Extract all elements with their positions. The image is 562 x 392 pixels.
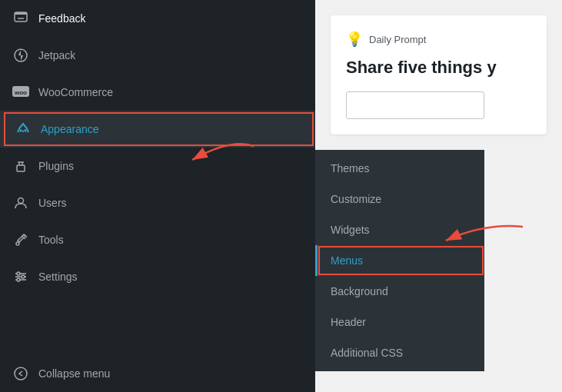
users-icon: [12, 194, 29, 211]
sidebar-label-tools: Tools: [38, 234, 64, 246]
jetpack-icon: [12, 47, 29, 64]
svg-point-17: [22, 275, 25, 278]
bulb-icon: 💡: [346, 31, 363, 48]
submenu-item-background[interactable]: Background: [315, 276, 484, 307]
sidebar-item-jetpack[interactable]: Jetpack: [0, 37, 315, 74]
prompt-title: Share five things y: [346, 57, 531, 79]
submenu-item-widgets[interactable]: Widgets: [315, 214, 484, 245]
svg-point-16: [17, 272, 20, 275]
svg-text:woo: woo: [14, 89, 27, 96]
feedback-icon: [12, 10, 29, 27]
tools-icon: [12, 231, 29, 248]
settings-icon: [12, 268, 29, 285]
sidebar-item-settings[interactable]: Settings: [0, 258, 315, 295]
plugins-icon: [12, 158, 29, 174]
submenu-item-menus[interactable]: Menus: [315, 245, 484, 276]
svg-rect-1: [15, 12, 27, 15]
sidebar-label-plugins: Plugins: [38, 160, 74, 172]
collapse-icon: [12, 365, 29, 382]
sidebar: Feedback Jetpack woo WooCommerce A: [0, 0, 315, 392]
sidebar-label-users: Users: [38, 197, 67, 209]
sidebar-item-users[interactable]: Users: [0, 184, 315, 221]
sidebar-label-feedback: Feedback: [38, 12, 85, 25]
woo-icon: woo: [12, 84, 29, 101]
sidebar-item-feedback[interactable]: Feedback: [0, 0, 315, 37]
sidebar-label-woocommerce: WooCommerce: [38, 86, 113, 98]
submenu-label-widgets: Widgets: [331, 224, 370, 236]
submenu-label-background: Background: [331, 285, 388, 297]
daily-prompt-header: 💡 Daily Prompt: [346, 31, 531, 48]
sidebar-label-collapse: Collapse menu: [38, 367, 110, 380]
svg-point-12: [16, 242, 19, 245]
submenu-label-additional-css: Additional CSS: [331, 347, 403, 359]
sidebar-item-tools[interactable]: Tools: [0, 221, 315, 258]
svg-rect-6: [17, 165, 25, 171]
submenu-label-themes: Themes: [331, 162, 370, 174]
submenu-label-customize: Customize: [331, 193, 381, 205]
submenu-item-themes[interactable]: Themes: [315, 153, 484, 184]
sidebar-label-jetpack: Jetpack: [38, 49, 75, 61]
submenu-label-header: Header: [331, 316, 366, 328]
submenu-item-customize[interactable]: Customize: [315, 184, 484, 214]
sidebar-item-collapse[interactable]: Collapse menu: [0, 355, 315, 392]
content-card: 💡 Daily Prompt Share five things y: [331, 15, 547, 135]
svg-point-19: [15, 367, 27, 380]
sidebar-label-appearance: Appearance: [41, 123, 99, 135]
sidebar-item-appearance[interactable]: Appearance: [0, 111, 315, 148]
submenu-label-menus: Menus: [331, 254, 363, 267]
sidebar-item-woocommerce[interactable]: woo WooCommerce: [0, 74, 315, 111]
svg-point-18: [17, 278, 20, 281]
submenu-item-header[interactable]: Header: [315, 307, 484, 337]
text-input-preview: [346, 91, 484, 119]
sidebar-item-plugins[interactable]: Plugins: [0, 148, 315, 184]
svg-point-11: [18, 198, 24, 204]
sidebar-label-settings: Settings: [38, 271, 78, 283]
submenu-item-additional-css[interactable]: Additional CSS: [315, 337, 484, 368]
appearance-icon: [15, 121, 32, 138]
appearance-submenu: Themes Customize Widgets Menus Backgroun…: [315, 150, 484, 371]
daily-prompt-label: Daily Prompt: [369, 34, 426, 45]
